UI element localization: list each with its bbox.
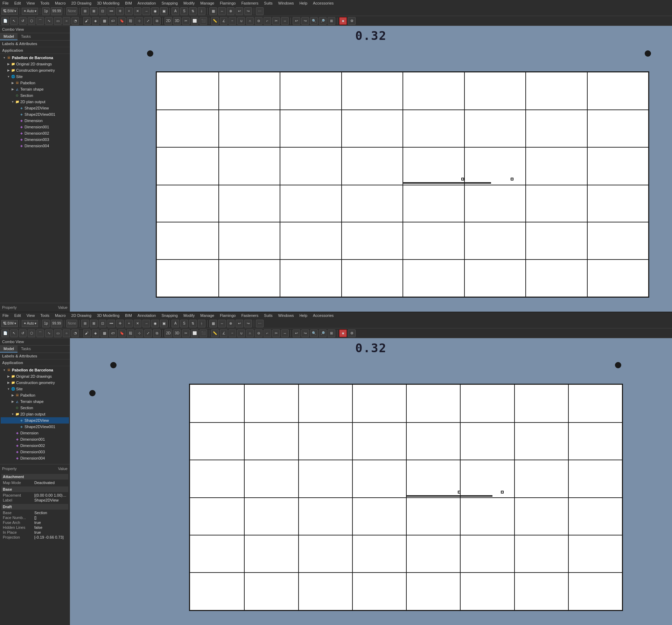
tree-pabellon-top[interactable]: ▶ 🏛 Pabellon [1, 80, 69, 86]
wire-icon[interactable]: ⌒ [36, 17, 44, 25]
tree-arrow-2dplan-b[interactable]: ▾ [10, 412, 15, 416]
extend-b[interactable]: ↔ [281, 329, 289, 337]
handle-tl-bottom[interactable] [110, 362, 117, 368]
angle-icon[interactable]: ∠ [220, 17, 227, 25]
menu-windows[interactable]: Windows [277, 1, 295, 5]
mode-selector[interactable]: ✦ Auto ▾ [22, 8, 38, 15]
snap2-b[interactable]: ⊠ [90, 320, 98, 327]
arrows-b[interactable]: ⇅ [189, 320, 197, 327]
menu-macro[interactable]: Macro [54, 1, 67, 5]
rotate-b[interactable]: ↺ [19, 329, 27, 337]
tree-site-top[interactable]: ▾ 🌐 Site [1, 73, 69, 80]
obj-b[interactable]: ▣ [160, 320, 168, 327]
angle-b[interactable]: ∠ [220, 329, 227, 337]
tree-terrain-bottom[interactable]: ▶ ◭ Terrain shape [1, 398, 69, 405]
tree-arrow-construction-top[interactable]: ▶ [6, 69, 10, 72]
hatch-icon[interactable]: ▩ [100, 17, 108, 25]
more-b[interactable]: ⋯ [256, 320, 264, 327]
menu-macro-b[interactable]: Macro [54, 313, 67, 318]
section-cut-b[interactable]: ✂ [182, 329, 190, 337]
measure-icon[interactable]: 📏 [211, 17, 219, 25]
tree-arrow-pabellon-top[interactable]: ▶ [10, 81, 15, 85]
rotate-icon[interactable]: ↺ [19, 17, 27, 25]
redo2-b[interactable]: ↪ [301, 329, 309, 337]
menu-modify-b[interactable]: Modify [182, 313, 196, 318]
handle-tl-top[interactable] [147, 50, 153, 57]
tree-construction-bottom[interactable]: ▶ 📁 Construction geometry [1, 379, 69, 386]
tag-b[interactable]: 🏷 [109, 329, 117, 337]
fit-icon[interactable]: ⊞ [328, 17, 335, 25]
tag-icon[interactable]: 🏷 [109, 17, 117, 25]
more-tools[interactable]: ⋯ [256, 7, 264, 15]
pillar-icon[interactable]: ⟊ [198, 7, 205, 15]
dim-b[interactable]: ↔ [218, 320, 226, 327]
tree-arrow-construction-b[interactable]: ▶ [6, 381, 10, 384]
tree-arrow-root-bottom[interactable]: ▾ [2, 368, 6, 372]
redo-b[interactable]: ↪ [244, 320, 252, 327]
x-b[interactable]: ✕ [134, 320, 141, 327]
tree-shape2dview001-bottom[interactable]: ◈ Shape2DView001 [1, 424, 69, 430]
zoom-level-b[interactable]: 99.99 [51, 320, 62, 327]
menu-flamingo[interactable]: Flamingo [219, 1, 237, 5]
chain-b[interactable]: ⛓ [127, 329, 134, 337]
move-b[interactable]: ⤢ [144, 329, 152, 337]
minus-icon[interactable]: − [229, 17, 236, 25]
grid-icon[interactable]: ⊞ [81, 7, 89, 15]
tree-shape2dview-top[interactable]: ◈ Shape2DView [1, 105, 69, 111]
dim-icon[interactable]: ↔ [218, 7, 226, 15]
new-icon[interactable]: 📄 [1, 17, 9, 25]
2d-b[interactable]: 2D [164, 329, 172, 337]
paint-b[interactable]: 🖌 [83, 329, 91, 337]
menu-file-b[interactable]: File [1, 313, 10, 318]
fillet-b[interactable]: ⌐ [264, 329, 271, 337]
grid2-icon[interactable]: ▦ [209, 7, 217, 15]
handle-tr-bottom[interactable] [615, 362, 621, 368]
tab-tasks-top[interactable]: Tasks [18, 33, 34, 40]
tree-dim001-bottom[interactable]: ◆ Dimension001 [1, 436, 69, 442]
tree-terrain-top[interactable]: ▶ ◭ Terrain shape [1, 86, 69, 92]
floor-b[interactable]: ⬜ [191, 329, 198, 337]
snap-grid-icon[interactable]: ••• [107, 7, 115, 15]
copy-icon[interactable]: ⧉ [153, 17, 161, 25]
menu-help-b[interactable]: Help [298, 313, 308, 318]
fit-b[interactable]: ⊞ [328, 329, 335, 337]
menu-tools-b[interactable]: Tools [39, 313, 50, 318]
union-icon[interactable]: ∪ [237, 17, 245, 25]
2d-icon[interactable]: 2D [164, 17, 172, 25]
arrow-icon[interactable]: → [142, 7, 150, 15]
undo2-icon[interactable]: ↩ [293, 17, 300, 25]
move-icon[interactable]: ⤢ [144, 17, 152, 25]
cross-icon[interactable]: ✛ [116, 7, 124, 15]
tree-site-bottom[interactable]: ▾ 🌐 Site [1, 386, 69, 392]
plus-icon[interactable]: + [125, 7, 133, 15]
subtract-b[interactable]: ⊖ [255, 329, 262, 337]
tree-arrow-terrain-top[interactable]: ▶ [10, 87, 15, 91]
menu-help[interactable]: Help [298, 1, 308, 5]
text-s-b[interactable]: S [180, 320, 188, 327]
menu-snapping-b[interactable]: Snapping [160, 313, 179, 318]
hatch-b[interactable]: ▩ [100, 329, 108, 337]
tree-dim003-top[interactable]: ◆ Dimension003 [1, 136, 69, 143]
trim-icon[interactable]: ✂ [272, 17, 280, 25]
circ-icon[interactable]: ○ [63, 17, 70, 25]
tree-arrow-site-top[interactable]: ▾ [6, 75, 10, 78]
tree-arrow-original2d-b[interactable]: ▶ [6, 375, 10, 378]
tree-dim-top[interactable]: ◆ Dimension [1, 118, 69, 124]
tree-dim004-top[interactable]: ◆ Dimension004 [1, 143, 69, 149]
label-icon[interactable]: 🔖 [118, 17, 126, 25]
fill-b[interactable]: ◈ [92, 329, 99, 337]
grid-b[interactable]: ⊞ [81, 320, 89, 327]
copy-b[interactable]: ⧉ [153, 329, 161, 337]
menu-bim-b[interactable]: BIM [124, 313, 133, 318]
zoom-in-icon[interactable]: 🔍 [310, 17, 318, 25]
tree-original2d-bottom[interactable]: ▶ 📁 Original 2D drawings [1, 373, 69, 379]
floor-icon[interactable]: ⬜ [191, 17, 198, 25]
menu-suits-b[interactable]: Suits [263, 313, 273, 318]
spline-icon[interactable]: ∿ [45, 17, 53, 25]
fill-icon[interactable]: ◈ [92, 17, 99, 25]
menu-suits[interactable]: Suits [263, 1, 273, 5]
mode-selector-b[interactable]: ✦ Auto ▾ [22, 320, 38, 327]
tree-arrow-pabellon-b[interactable]: ▶ [10, 393, 15, 397]
display-mode[interactable]: 1p [42, 7, 50, 15]
arc-icon[interactable]: ◔ [71, 17, 79, 25]
